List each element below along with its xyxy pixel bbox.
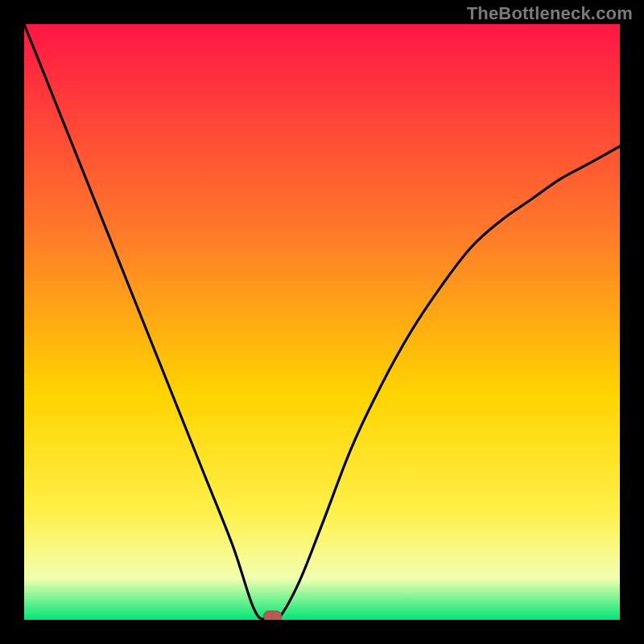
watermark-text: TheBottleneck.com: [467, 3, 633, 24]
optimal-point-marker: [264, 611, 282, 620]
chart-frame: TheBottleneck.com: [0, 0, 644, 644]
bottleneck-chart: [24, 24, 620, 620]
gradient-background: [24, 24, 620, 620]
